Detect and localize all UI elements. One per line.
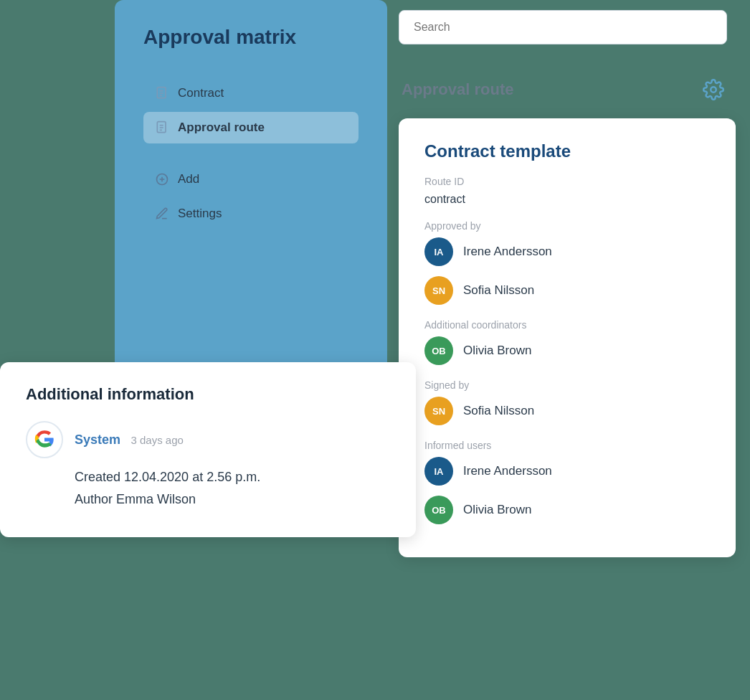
person-name-sn-1: Sofia Nilsson [463, 283, 534, 298]
add-icon [155, 172, 169, 186]
person-name-ob-1: Olivia Brown [463, 344, 531, 358]
nav-item-settings-label: Settings [178, 207, 222, 221]
settings-gear-icon[interactable] [703, 79, 724, 100]
svg-point-11 [711, 87, 716, 93]
avatar-ia-2: IA [424, 457, 453, 486]
nav-item-approval-route-label: Approval route [178, 120, 265, 135]
informed-users-label: Informed users [424, 440, 710, 451]
informed-user-row-0: IA Irene Andersson [424, 457, 710, 486]
person-name-ia-2: Irene Andersson [463, 464, 552, 478]
approved-by-row-1: SN Sofia Nilsson [424, 276, 710, 305]
signed-by-row-0: SN Sofia Nilsson [424, 397, 710, 425]
route-id-value: contract [424, 193, 710, 206]
system-info: System 3 days ago [75, 432, 184, 448]
contract-card: Contract template Route ID contract Appr… [399, 118, 736, 557]
approved-by-row-0: IA Irene Andersson [424, 237, 710, 266]
google-icon [34, 430, 54, 450]
signed-by-label: Signed by [424, 379, 710, 391]
system-row: System 3 days ago [26, 421, 390, 458]
nav-item-settings[interactable]: Settings [143, 198, 359, 230]
avatar-sn-1: SN [424, 276, 453, 305]
route-id-label: Route ID [424, 176, 710, 187]
created-text: Created 12.04.2020 at 2.56 p.m. [75, 470, 390, 485]
approval-route-header: Approval route [387, 79, 739, 100]
person-name-sn-2: Sofia Nilsson [463, 404, 534, 418]
additional-coordinators-label: Additional coordinators [424, 319, 710, 331]
search-bar-container [387, 10, 739, 44]
avatar-sn-2: SN [424, 397, 453, 425]
nav-item-add[interactable]: Add [143, 164, 359, 195]
additional-info-title: Additional information [26, 385, 390, 404]
person-name-ia-1: Irene Andersson [463, 245, 552, 259]
additional-info-card: Additional information System 3 days ago… [0, 362, 416, 537]
pencil-icon [155, 207, 169, 221]
nav-item-approval-route[interactable]: Approval route [143, 112, 359, 143]
nav-item-contract-label: Contract [178, 86, 224, 100]
document-icon [155, 86, 169, 100]
left-panel: Approval matrix Contract Approval route … [115, 0, 387, 373]
approval-route-heading: Approval route [402, 80, 513, 99]
person-name-ob-2: Olivia Brown [463, 503, 531, 517]
informed-user-row-1: OB Olivia Brown [424, 496, 710, 524]
nav-item-add-label: Add [178, 172, 199, 186]
page-title: Approval matrix [143, 26, 359, 49]
approved-by-label: Approved by [424, 220, 710, 232]
author-text: Author Emma Wilson [75, 492, 390, 507]
nav-item-contract[interactable]: Contract [143, 77, 359, 109]
avatar-ob-2: OB [424, 496, 453, 524]
avatar-ob-1: OB [424, 336, 453, 365]
system-logo [26, 421, 63, 458]
document-icon-2 [155, 120, 169, 135]
system-name: System [75, 432, 120, 447]
avatar-ia-1: IA [424, 237, 453, 266]
contract-card-title: Contract template [424, 141, 710, 161]
coordinator-row-0: OB Olivia Brown [424, 336, 710, 365]
system-time: 3 days ago [131, 434, 184, 446]
search-input[interactable] [399, 10, 727, 44]
